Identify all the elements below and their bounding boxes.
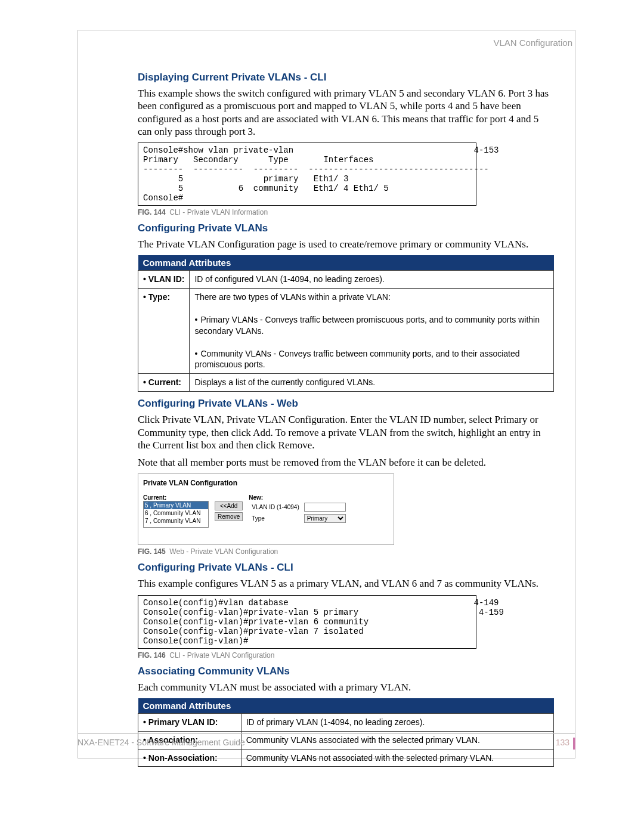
- table-row: • Non-Association: Community VLANs not a…: [138, 749, 554, 767]
- body-paragraph: This example configures VLAN 5 as a prim…: [138, 577, 554, 590]
- list-item[interactable]: 5 , Primary VLAN: [144, 501, 208, 509]
- running-header: VLAN Configuration: [493, 38, 572, 48]
- table-row: • Primary VLAN ID: ID of primary VLAN (1…: [138, 713, 554, 731]
- body-paragraph: Note that all member ports must be remov…: [138, 456, 554, 469]
- figure-caption: FIG. 145 Web - Private VLAN Configuratio…: [138, 547, 554, 556]
- list-item[interactable]: 6 , Community VLAN: [144, 509, 208, 517]
- vlan-id-label: VLAN ID (1-4094): [250, 502, 301, 512]
- page-footer: NXA-ENET24 - Software Management Guide 1…: [78, 733, 575, 747]
- page-content: Displaying Current Private VLANs - CLI T…: [138, 69, 554, 773]
- body-paragraph: Click Private VLAN, Private VLAN Configu…: [138, 413, 554, 451]
- webshot-title: Private VLAN Configuration: [143, 479, 389, 487]
- type-select[interactable]: Primary: [304, 514, 346, 523]
- cli-output: Console#show vlan private-vlan 4-153 Pri…: [138, 143, 476, 206]
- section-title: Configuring Private VLANs - CLI: [138, 562, 554, 574]
- attr-sub-bullet: Community VLANs - Conveys traffic betwee…: [194, 349, 519, 370]
- list-item[interactable]: 7 , Community VLAN: [144, 517, 208, 525]
- page-number: 133: [556, 738, 569, 747]
- current-listbox[interactable]: 5 , Primary VLAN 6 , Community VLAN 7 , …: [143, 501, 209, 528]
- figure-number: FIG. 145: [138, 547, 166, 556]
- figure-caption-text: CLI - Private VLAN Configuration: [169, 651, 274, 659]
- section-title: Configuring Private VLANs: [138, 222, 554, 234]
- body-paragraph: Each community VLAN must be associated w…: [138, 681, 554, 693]
- vlan-id-input[interactable]: [304, 503, 346, 512]
- footer-title: NXA-ENET24 - Software Management Guide: [78, 738, 245, 747]
- figure-caption-text: Web - Private VLAN Configuration: [169, 547, 278, 556]
- attr-label: • Primary VLAN ID:: [138, 713, 242, 731]
- section-title: Displaying Current Private VLANs - CLI: [138, 72, 554, 83]
- figure-number: FIG. 144: [138, 208, 166, 216]
- cli-output: Console(config)#vlan database 4-149 Cons…: [138, 595, 476, 649]
- section-title: Associating Community VLANs: [138, 665, 554, 677]
- attr-label: • Type:: [138, 289, 190, 374]
- attr-desc: ID of configured VLAN (1-4094, no leadin…: [190, 271, 554, 289]
- command-attributes-table: Command Attributes • Primary VLAN ID: ID…: [138, 698, 554, 767]
- body-paragraph: This example shows the switch configured…: [138, 87, 554, 138]
- attr-desc: Displays a list of the currently configu…: [190, 374, 554, 392]
- attr-label: • Current:: [138, 374, 190, 392]
- figure-caption: FIG. 146 CLI - Private VLAN Configuratio…: [138, 651, 554, 659]
- remove-button[interactable]: Remove: [215, 512, 243, 521]
- table-row: • VLAN ID: ID of configured VLAN (1-4094…: [138, 271, 554, 289]
- attr-label: • Non-Association:: [138, 749, 242, 767]
- figure-caption-text: CLI - Private VLAN Information: [169, 208, 268, 216]
- footer-tick-icon: [573, 738, 575, 750]
- add-button[interactable]: <<Add: [215, 501, 243, 510]
- attr-desc: There are two types of VLANs within a pr…: [190, 289, 554, 374]
- table-header: Command Attributes: [138, 698, 554, 714]
- table-row: • Current: Displays a list of the curren…: [138, 374, 554, 392]
- section-title: Configuring Private VLANs - Web: [138, 398, 554, 410]
- attr-desc: ID of primary VLAN (1-4094, no leading z…: [241, 713, 553, 731]
- attr-desc: Community VLANs not associated with the …: [241, 749, 553, 767]
- type-label: Type: [250, 513, 301, 524]
- new-label: New:: [249, 494, 348, 501]
- figure-caption: FIG. 144 CLI - Private VLAN Information: [138, 208, 554, 216]
- current-label: Current:: [143, 494, 209, 501]
- web-screenshot: Private VLAN Configuration Current: 5 , …: [138, 473, 394, 545]
- command-attributes-table: Command Attributes • VLAN ID: ID of conf…: [138, 255, 554, 392]
- page-frame: VLAN Configuration Displaying Current Pr…: [78, 30, 575, 758]
- attr-label: • VLAN ID:: [138, 271, 190, 289]
- body-paragraph: The Private VLAN Configuration page is u…: [138, 238, 554, 250]
- figure-number: FIG. 146: [138, 651, 166, 659]
- attr-desc-text: There are two types of VLANs within a pr…: [194, 292, 390, 302]
- attr-sub-bullet: Primary VLANs - Conveys traffic between …: [194, 315, 540, 336]
- table-row: • Type: There are two types of VLANs wit…: [138, 289, 554, 374]
- table-header: Command Attributes: [138, 255, 554, 271]
